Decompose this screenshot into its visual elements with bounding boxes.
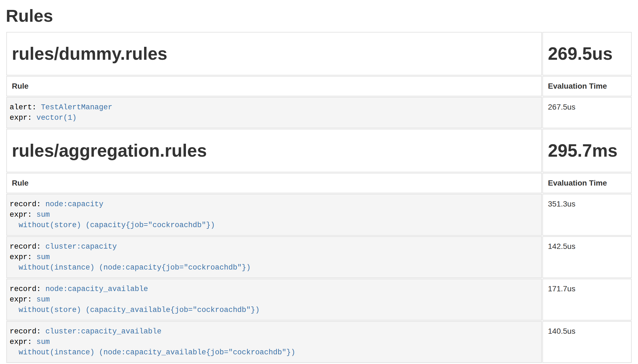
group-evaluation-time: 295.7ms [548, 140, 626, 161]
rule-keyword-text: expr: [10, 295, 36, 304]
rule-evaluation-time: 267.5us [542, 97, 632, 128]
group-header-row: rules/dummy.rules269.5us [6, 32, 632, 75]
rule-row: alert: TestAlertManager expr: vector(1)2… [6, 97, 632, 128]
rule-link[interactable]: sum without(instance) (node:capacity{job… [10, 253, 251, 272]
rule-code: alert: TestAlertManager expr: vector(1) [10, 102, 539, 123]
rule-evaluation-time: 140.5us [542, 321, 632, 363]
rule-keyword-text: expr: [10, 338, 36, 346]
rule-evaluation-time: 351.3us [542, 194, 632, 236]
rules-table: rules/dummy.rules269.5usRuleEvaluation T… [6, 31, 632, 363]
rules-table-body: rules/dummy.rules269.5usRuleEvaluation T… [6, 32, 632, 363]
rule-column-header: Rule [6, 76, 542, 96]
rule-link[interactable]: sum without(store) (capacity{job="cockro… [10, 211, 215, 229]
rule-link[interactable]: sum without(store) (capacity_available{j… [10, 295, 259, 314]
group-name: rules/dummy.rules [12, 44, 536, 64]
group-evaluation-time: 269.5us [548, 44, 626, 64]
rule-definition-cell: record: node:capacity_available expr: su… [6, 279, 542, 320]
rules-page: { "page": { "title": "Rules" }, "table":… [0, 0, 638, 364]
rule-keyword-text: alert: [10, 103, 41, 112]
rule-link[interactable]: TestAlertManager [41, 103, 112, 112]
rule-keyword-text: expr: [10, 211, 36, 219]
column-header-row: RuleEvaluation Time [6, 76, 632, 96]
rule-row: record: node:capacity expr: sum without(… [6, 194, 632, 236]
rule-keyword-text: record: [10, 243, 45, 251]
rule-row: record: cluster:capacity_available expr:… [6, 321, 632, 363]
rule-code: record: cluster:capacity_available expr:… [10, 326, 539, 358]
rule-definition-cell: record: cluster:capacity_available expr:… [6, 321, 542, 363]
rule-keyword-text: expr: [10, 253, 36, 261]
rule-column-header: Rule [6, 173, 542, 193]
rule-keyword-text: record: [10, 285, 45, 293]
time-column-header: Evaluation Time [542, 76, 632, 96]
group-name-cell: rules/aggregation.rules [6, 129, 542, 172]
rule-row: record: node:capacity_available expr: su… [6, 279, 632, 320]
rule-definition-cell: record: cluster:capacity expr: sum witho… [6, 236, 542, 278]
group-evaluation-time-cell: 269.5us [542, 32, 632, 75]
rule-keyword-text: record: [10, 200, 45, 208]
rule-link[interactable]: sum without(instance) (node:capacity_ava… [10, 338, 295, 357]
rule-link[interactable]: vector(1) [36, 114, 77, 122]
page-title: Rules [6, 7, 632, 25]
group-name-cell: rules/dummy.rules [6, 32, 542, 75]
rule-keyword-text: record: [10, 327, 45, 336]
column-header-row: RuleEvaluation Time [6, 173, 632, 193]
group-evaluation-time-cell: 295.7ms [542, 129, 632, 172]
rule-link[interactable]: node:capacity [45, 200, 104, 208]
rule-link[interactable]: node:capacity_available [45, 285, 148, 293]
rule-code: record: node:capacity expr: sum without(… [10, 199, 539, 230]
rule-keyword-text: expr: [10, 114, 36, 122]
group-name: rules/aggregation.rules [12, 140, 536, 161]
rule-evaluation-time: 171.7us [542, 279, 632, 320]
rule-definition-cell: record: node:capacity expr: sum without(… [6, 194, 542, 236]
rule-code: record: cluster:capacity expr: sum witho… [10, 241, 539, 273]
rule-row: record: cluster:capacity expr: sum witho… [6, 236, 632, 278]
rule-definition-cell: alert: TestAlertManager expr: vector(1) [6, 97, 542, 128]
rule-link[interactable]: cluster:capacity_available [45, 327, 161, 336]
group-header-row: rules/aggregation.rules295.7ms [6, 129, 632, 172]
rule-evaluation-time: 142.5us [542, 236, 632, 278]
time-column-header: Evaluation Time [542, 173, 632, 193]
rule-code: record: node:capacity_available expr: su… [10, 284, 539, 315]
rule-link[interactable]: cluster:capacity [45, 243, 117, 251]
